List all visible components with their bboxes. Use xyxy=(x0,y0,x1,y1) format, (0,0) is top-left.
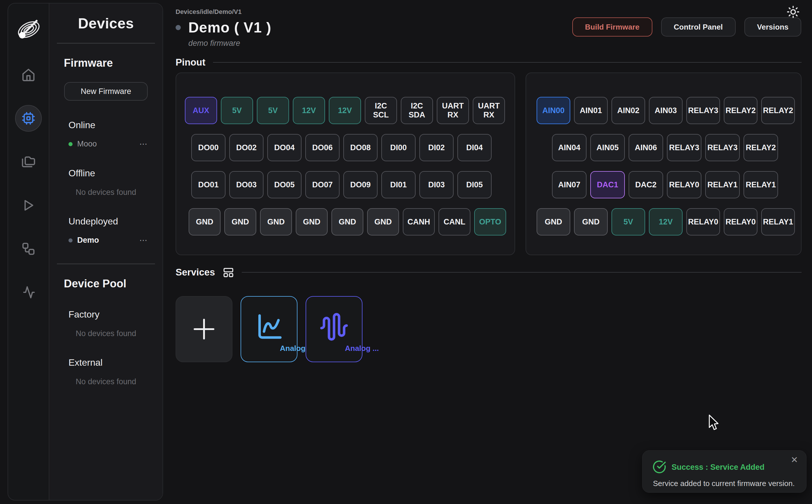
app-root: { "icon_rail": { "items": ["home-icon", … xyxy=(0,0,812,504)
pin-button[interactable]: DI05 xyxy=(457,171,492,198)
pin-button[interactable]: RELAY3 xyxy=(686,97,720,124)
layout-grid-icon[interactable] xyxy=(223,266,234,278)
header-actions: Build FirmwareControl PanelVersions xyxy=(572,17,801,37)
pin-button[interactable]: AIN04 xyxy=(552,134,586,161)
rail-item-workflow[interactable] xyxy=(15,235,42,262)
device-pool-groups: FactoryNo devices foundExternalNo device… xyxy=(49,309,162,386)
pin-button[interactable]: RELAY2 xyxy=(761,97,795,124)
versions-button[interactable]: Versions xyxy=(744,17,801,37)
pin-button[interactable]: GND xyxy=(574,208,608,235)
pin-button[interactable]: CANL xyxy=(438,208,470,235)
pin-button[interactable]: DI02 xyxy=(419,134,454,161)
pin-button[interactable]: DO08 xyxy=(343,134,378,161)
pin-button[interactable]: RELAY1 xyxy=(761,208,795,235)
pin-button[interactable]: 5V xyxy=(221,97,253,124)
pin-button[interactable]: DO04 xyxy=(267,134,302,161)
pin-button[interactable]: RELAY0 xyxy=(667,171,702,198)
pin-button[interactable]: AUX xyxy=(185,97,217,124)
rail-item-activity[interactable] xyxy=(15,279,42,306)
pin-button[interactable]: DI04 xyxy=(457,134,492,161)
audio-waveform-icon xyxy=(319,312,349,342)
pin-button[interactable]: 5V xyxy=(612,208,645,235)
pin-button[interactable]: DO03 xyxy=(229,171,264,198)
theme-toggle-button[interactable] xyxy=(786,5,800,19)
add-service-card[interactable] xyxy=(175,296,233,362)
toast-notification: Success : Service Added Service added to… xyxy=(642,450,806,493)
pin-button[interactable]: RELAY1 xyxy=(744,171,778,198)
pin-button[interactable]: DI03 xyxy=(419,171,454,198)
new-firmware-button[interactable]: New Firmware xyxy=(64,82,148,101)
pin-button[interactable]: DAC2 xyxy=(629,171,663,198)
plus-icon xyxy=(191,316,218,342)
pin-button[interactable]: AIN05 xyxy=(590,134,625,161)
pin-button[interactable]: OPTO xyxy=(474,208,506,235)
device-row[interactable]: Demo⋯ xyxy=(68,235,148,245)
chart-spline-icon xyxy=(254,312,284,342)
pin-button[interactable]: RELAY3 xyxy=(667,134,702,161)
pin-button[interactable]: RELAY0 xyxy=(686,208,720,235)
rail-item-cpu[interactable] xyxy=(15,105,42,132)
rail-item-play[interactable] xyxy=(15,192,42,219)
pin-button[interactable]: GND xyxy=(367,208,399,235)
pin-button[interactable]: RELAY2 xyxy=(744,134,778,161)
divider xyxy=(213,62,802,63)
app-logo[interactable] xyxy=(13,13,44,45)
service-card[interactable]: Analog ... xyxy=(306,296,363,362)
rail-item-folders[interactable] xyxy=(15,148,42,175)
pin-button[interactable]: GND xyxy=(296,208,328,235)
pin-button[interactable]: GND xyxy=(331,208,363,235)
pin-button[interactable]: RELAY0 xyxy=(724,208,757,235)
pinout-panels: AUX5V5V12V12VI2C SCLI2C SDAUART RXUART R… xyxy=(175,72,802,255)
rail-item-home[interactable] xyxy=(15,61,42,88)
pin-button[interactable]: AIN06 xyxy=(629,134,663,161)
pin-button[interactable]: RELAY1 xyxy=(705,171,740,198)
pin-button[interactable]: GND xyxy=(260,208,292,235)
devices-sidebar: Devices Firmware New Firmware OnlineMooo… xyxy=(49,3,162,500)
pin-button[interactable]: DO00 xyxy=(191,134,226,161)
pin-button[interactable]: I2C SDA xyxy=(401,97,433,124)
toast-close-button[interactable]: ✕ xyxy=(791,455,798,465)
pinout-title: Pinout xyxy=(175,57,206,68)
pin-button[interactable]: UART RX xyxy=(473,97,505,124)
pin-button[interactable]: AIN07 xyxy=(552,171,586,198)
device-menu-button[interactable]: ⋯ xyxy=(139,139,148,149)
page-title: Demo ( V1 ) xyxy=(188,19,271,36)
build-firmware-button[interactable]: Build Firmware xyxy=(572,17,653,37)
pin-button[interactable]: DO09 xyxy=(343,171,378,198)
pin-button[interactable]: I2C SCL xyxy=(365,97,397,124)
pin-button[interactable]: 12V xyxy=(649,208,683,235)
pin-button[interactable]: 12V xyxy=(293,97,325,124)
pin-button[interactable]: RELAY2 xyxy=(724,97,757,124)
pin-button[interactable]: DO05 xyxy=(267,171,302,198)
pin-button[interactable]: DO06 xyxy=(305,134,340,161)
divider xyxy=(57,43,155,43)
pin-button[interactable]: AIN01 xyxy=(574,97,608,124)
control-panel-button[interactable]: Control Panel xyxy=(661,17,736,37)
pin-button[interactable]: 5V xyxy=(257,97,289,124)
pin-button[interactable]: UART RX xyxy=(437,97,469,124)
pin-button[interactable]: DO02 xyxy=(229,134,264,161)
breadcrumb[interactable]: Devices/idle/Demo/V1 xyxy=(175,8,271,16)
pin-button[interactable]: GND xyxy=(536,208,570,235)
pin-button[interactable]: AIN03 xyxy=(649,97,683,124)
pin-row: AIN07DAC1DAC2RELAY0RELAY1RELAY1 xyxy=(526,171,801,198)
pin-button[interactable]: RELAY3 xyxy=(705,134,740,161)
pin-button[interactable]: DI01 xyxy=(381,171,416,198)
pin-button[interactable]: DO07 xyxy=(305,171,340,198)
pin-button[interactable]: AIN02 xyxy=(612,97,645,124)
pin-button[interactable]: DO01 xyxy=(191,171,226,198)
device-status-dot xyxy=(68,238,72,242)
device-row[interactable]: Mooo⋯ xyxy=(68,139,148,149)
pin-button[interactable]: 12V xyxy=(329,97,361,124)
pin-button[interactable]: AIN00 xyxy=(536,97,570,124)
device-menu-button[interactable]: ⋯ xyxy=(139,235,148,245)
device-label: Mooo xyxy=(77,139,97,148)
pin-button[interactable]: DAC1 xyxy=(590,171,625,198)
service-card[interactable]: Analog ... xyxy=(241,296,298,362)
pin-button[interactable]: GND xyxy=(224,208,256,235)
pin-row: AUX5V5V12V12VI2C SCLI2C SDAUART RXUART R… xyxy=(176,97,514,124)
pin-button[interactable]: DI00 xyxy=(381,134,416,161)
device-group-heading: Undeployed xyxy=(68,216,162,227)
pin-button[interactable]: CANH xyxy=(403,208,435,235)
pin-button[interactable]: GND xyxy=(188,208,221,235)
